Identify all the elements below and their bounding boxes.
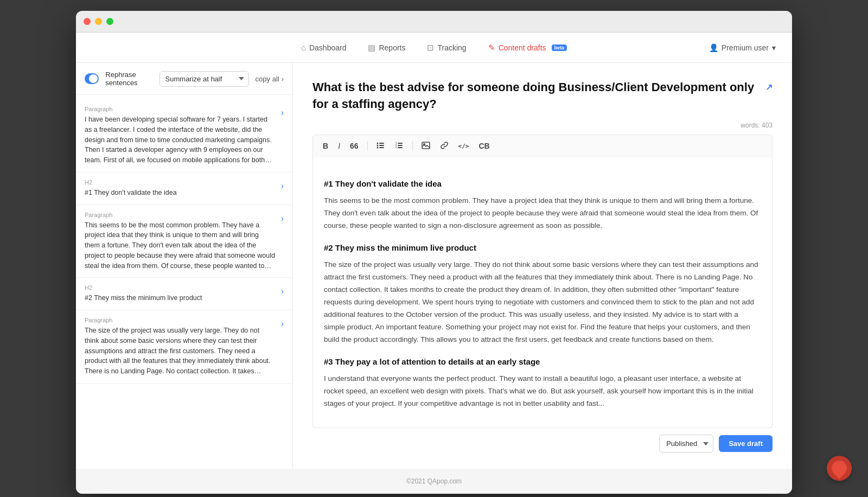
segment-1-type: Paragraph: [85, 106, 276, 112]
nav-dashboard[interactable]: ⌂ Dashboard: [301, 43, 347, 52]
toolbar-separator-1: [367, 141, 368, 151]
segment-2-text: #1 They don't validate the idea: [85, 188, 276, 198]
external-link-icon[interactable]: ↗: [765, 81, 773, 93]
chat-bubble-icon: [828, 457, 850, 479]
summarize-select[interactable]: Summarize at half Summarize at quarter F…: [159, 71, 249, 87]
navbar: ⌂ Dashboard ▤ Reports ⊡ Tracking ✎ Conte…: [76, 33, 792, 63]
content-p2: The size of the project was usually very…: [324, 259, 761, 346]
svg-point-3: [376, 142, 378, 144]
dashboard-icon: ⌂: [301, 43, 306, 52]
status-select[interactable]: Published Draft Archived: [659, 435, 713, 453]
segment-4-content: H2 #2 They miss the minimum live product: [85, 284, 281, 303]
editor-wrapper: B I 66 123: [312, 135, 773, 429]
article-title-text: What is the best advise for someone doin…: [312, 79, 761, 113]
segment-5-chevron-icon: ›: [281, 319, 284, 329]
segment-4-text: #2 They miss the minimum live product: [85, 293, 276, 303]
nav-content-drafts[interactable]: ✎ Content drafts beta: [488, 43, 567, 53]
segment-5[interactable]: Paragraph The size of the project was us…: [76, 310, 292, 384]
rephrase-label: Rephrase sentences: [105, 71, 152, 87]
toolbar-separator-2: [412, 141, 413, 151]
segment-4-type: H2: [85, 284, 276, 291]
article-title: What is the best advise for someone doin…: [312, 79, 773, 113]
nav-dashboard-label: Dashboard: [309, 43, 347, 52]
maximize-button[interactable]: [106, 18, 113, 25]
content-h2: #2 They miss the minimum live product: [324, 241, 761, 255]
segment-2-type: H2: [85, 179, 276, 186]
editor-toolbar: B I 66 123: [312, 135, 773, 157]
tracking-icon: ⊡: [427, 43, 434, 53]
chat-bubble-button[interactable]: [827, 456, 852, 481]
segments-list: Paragraph I have been developing special…: [76, 95, 292, 388]
link-button[interactable]: [437, 139, 452, 153]
segment-2[interactable]: H2 #1 They don't validate the idea ›: [76, 173, 292, 205]
segment-4-chevron-icon: ›: [281, 286, 284, 296]
minimize-button[interactable]: [95, 18, 102, 25]
copy-all-label: copy all: [256, 75, 279, 83]
beta-badge: beta: [552, 44, 567, 51]
unordered-list-button[interactable]: [373, 139, 388, 153]
nav-tracking-label: Tracking: [437, 43, 466, 52]
rephrase-toggle[interactable]: [85, 73, 99, 84]
segment-1-chevron-icon: ›: [281, 108, 284, 118]
segment-4[interactable]: H2 #2 They miss the minimum live product…: [76, 278, 292, 310]
content-p3: I understand that everyone wants the per…: [324, 373, 761, 410]
main-content: Rephrase sentences Summarize at half Sum…: [76, 63, 792, 469]
svg-rect-7: [398, 145, 403, 146]
segments-wrapper: Paragraph I have been developing special…: [76, 95, 292, 469]
content-h1: #1 They don't validate the idea: [324, 177, 761, 191]
segment-1-content: Paragraph I have been developing special…: [85, 106, 281, 165]
left-toolbar: Rephrase sentences Summarize at half Sum…: [76, 63, 292, 95]
user-menu-chevron-icon: ▾: [772, 43, 776, 52]
ordered-list-button[interactable]: 123: [392, 139, 407, 153]
bottom-bar: Published Draft Archived Save draft: [312, 435, 773, 453]
footer-copyright: ©2021 QApop.com: [406, 477, 462, 485]
svg-point-5: [376, 146, 378, 148]
svg-rect-0: [379, 143, 384, 144]
segment-5-content: Paragraph The size of the project was us…: [85, 317, 281, 377]
image-button[interactable]: [418, 140, 433, 152]
word-count: words: 403: [312, 122, 773, 129]
user-label: Premium user: [722, 43, 769, 52]
cb-button[interactable]: CB: [475, 140, 493, 152]
segment-2-content: H2 #1 They don't validate the idea: [85, 179, 281, 198]
save-draft-button[interactable]: Save draft: [719, 435, 773, 452]
user-menu[interactable]: 👤 Premium user ▾: [709, 43, 776, 52]
copy-all-button[interactable]: copy all ›: [256, 75, 284, 83]
nav-links: ⌂ Dashboard ▤ Reports ⊡ Tracking ✎ Conte…: [301, 43, 567, 53]
quote-button[interactable]: 66: [347, 140, 362, 152]
right-panel: What is the best advise for someone doin…: [293, 63, 792, 469]
svg-text:3: 3: [395, 146, 397, 149]
segment-1-text: I have been developing special software …: [85, 114, 276, 165]
code-button[interactable]: </>: [455, 141, 473, 151]
nav-reports-label: Reports: [379, 43, 405, 52]
svg-rect-2: [379, 147, 384, 148]
nav-tracking[interactable]: ⊡ Tracking: [427, 43, 466, 53]
segment-1[interactable]: Paragraph I have been developing special…: [76, 99, 292, 173]
segment-5-text: The size of the project was usually very…: [85, 326, 276, 377]
editor-content[interactable]: #1 They don't validate the idea This see…: [312, 157, 773, 429]
segment-3-content: Paragraph This seems to be the most comm…: [85, 212, 281, 271]
segment-3-text: This seems to be the most common problem…: [85, 220, 276, 271]
footer: ©2021 QApop.com: [76, 469, 792, 494]
left-panel: Rephrase sentences Summarize at half Sum…: [76, 63, 293, 469]
user-icon: 👤: [709, 43, 718, 52]
segment-2-chevron-icon: ›: [281, 181, 284, 191]
italic-button[interactable]: I: [335, 140, 343, 152]
content-p1: This seems to be the most common problem…: [324, 195, 761, 232]
reports-icon: ▤: [368, 43, 375, 53]
nav-reports[interactable]: ▤ Reports: [368, 43, 405, 53]
svg-rect-6: [398, 143, 403, 144]
segment-5-type: Paragraph: [85, 317, 276, 323]
content-drafts-icon: ✎: [488, 43, 495, 53]
svg-point-4: [376, 144, 378, 146]
copy-all-icon: ›: [282, 75, 284, 83]
bold-button[interactable]: B: [320, 140, 331, 152]
titlebar: [76, 11, 792, 33]
svg-rect-1: [379, 145, 384, 146]
segment-3[interactable]: Paragraph This seems to be the most comm…: [76, 205, 292, 278]
nav-content-drafts-label: Content drafts: [499, 43, 546, 52]
traffic-lights: [84, 18, 113, 25]
segment-3-type: Paragraph: [85, 212, 276, 218]
close-button[interactable]: [84, 18, 91, 25]
svg-rect-8: [398, 147, 403, 148]
